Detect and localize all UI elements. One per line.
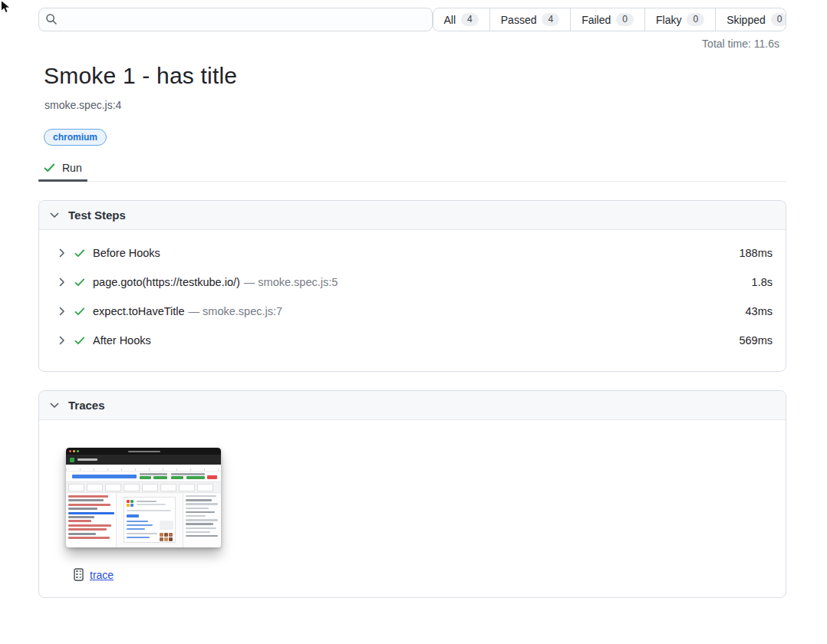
top-bar: All 4 Passed 4 Failed 0 Flaky 0 Skipped … [38, 8, 786, 31]
thumb-titlebar [66, 448, 221, 455]
filter-tab-failed[interactable]: Failed 0 [570, 8, 644, 31]
chevron-right-icon [59, 307, 65, 316]
filter-count-skipped: 0 [771, 13, 786, 26]
step-duration: 1.8s [752, 276, 773, 288]
thumb-page-preview [117, 493, 183, 547]
check-icon [74, 307, 85, 316]
step-duration: 188ms [739, 247, 773, 259]
total-time: Total time: 11.6s [702, 38, 779, 50]
test-steps-panel: Test Steps Before Hooks 188ms [38, 200, 786, 372]
tab-run[interactable]: Run [38, 155, 87, 181]
trace-link-row: trace [74, 568, 786, 581]
test-steps-body: Before Hooks 188ms page.goto(https://tes… [39, 230, 786, 355]
filter-count-failed: 0 [616, 13, 634, 26]
active-tab-underline [38, 179, 87, 182]
step-row-after-hooks[interactable]: After Hooks 569ms [39, 326, 786, 355]
check-icon [44, 163, 55, 172]
search-input[interactable] [38, 8, 433, 31]
step-row-expect-tohavetitle[interactable]: expect.toHaveTitle — smoke.spec.js:7 43m… [39, 297, 786, 326]
mouse-cursor-icon [0, 0, 14, 15]
filter-tab-all[interactable]: All 4 [433, 8, 489, 31]
search-icon [45, 13, 58, 25]
playwright-report-page: All 4 Passed 4 Failed 0 Flaky 0 Skipped … [0, 0, 827, 644]
traces-header[interactable]: Traces [39, 391, 786, 420]
trace-thumbnail[interactable] [66, 448, 221, 547]
tab-run-label: Run [62, 162, 82, 174]
filter-count-all: 4 [461, 13, 479, 26]
thumb-log-panel [183, 493, 221, 547]
filter-tab-flaky[interactable]: Flaky 0 [644, 8, 715, 31]
tabs-divider [38, 181, 786, 182]
check-icon [74, 278, 85, 287]
check-icon [74, 337, 85, 345]
step-duration: 43ms [746, 305, 773, 317]
chevron-right-icon [59, 336, 65, 345]
trace-link[interactable]: trace [90, 569, 114, 581]
traces-title: Traces [68, 399, 105, 412]
filter-tabs: All 4 Passed 4 Failed 0 Flaky 0 Skipped … [433, 8, 786, 31]
step-duration: 569ms [739, 334, 773, 347]
thumb-body [66, 493, 221, 547]
chevron-down-icon [50, 402, 59, 409]
filter-count-flaky: 0 [687, 13, 704, 26]
thumb-filmstrip [66, 481, 221, 493]
traces-panel: Traces [38, 390, 786, 598]
chevron-right-icon [59, 278, 65, 287]
test-file-location: smoke.spec.js:4 [44, 99, 121, 111]
filter-tab-skipped[interactable]: Skipped 0 [715, 8, 786, 31]
check-icon [74, 249, 85, 258]
thumb-timeline [66, 472, 221, 481]
step-row-before-hooks[interactable]: Before Hooks 188ms [39, 238, 786, 268]
filter-count-passed: 4 [542, 13, 559, 26]
test-steps-title: Test Steps [68, 209, 126, 222]
trace-file-icon [74, 568, 84, 581]
search-box [38, 8, 433, 31]
test-steps-header[interactable]: Test Steps [39, 201, 786, 230]
step-row-page-goto[interactable]: page.goto(https://testkube.io/) — smoke.… [39, 268, 786, 297]
thumb-ruler [66, 465, 221, 472]
traces-body: trace [39, 420, 786, 581]
chevron-down-icon [50, 212, 59, 219]
filter-tab-passed[interactable]: Passed 4 [489, 8, 570, 31]
project-badge-chromium[interactable]: chromium [44, 129, 107, 146]
page-title: Smoke 1 - has title [44, 63, 237, 89]
thumb-actions-list [66, 493, 117, 547]
chevron-right-icon [59, 248, 65, 258]
